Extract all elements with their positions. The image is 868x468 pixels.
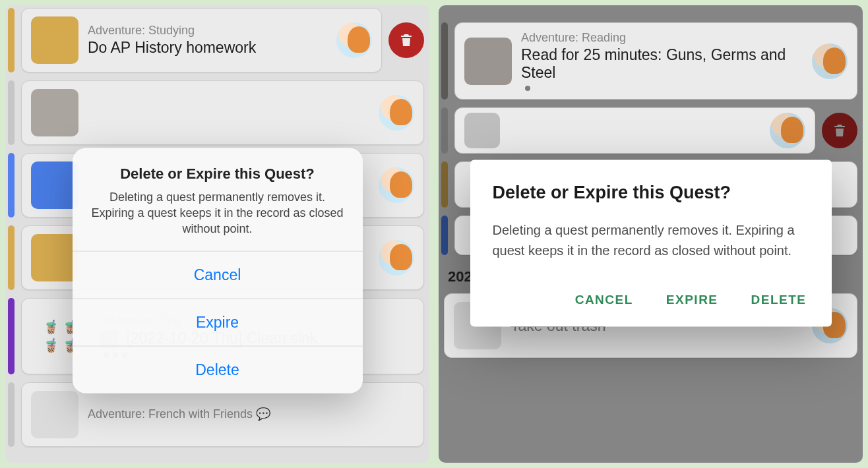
- ios-action-sheet: Delete or Expire this Quest? Deleting a …: [73, 148, 363, 394]
- adventure-label: Adventure: Studying: [88, 24, 327, 38]
- category-tag: [8, 80, 15, 145]
- adventure-label: Adventure: Reading: [521, 31, 803, 45]
- category-tag: [441, 107, 448, 154]
- category-tag: [8, 153, 15, 218]
- dialog-title: Delete or Expire this Quest?: [493, 182, 809, 202]
- android-screen: Adventure: Reading Read for 25 minutes: …: [439, 5, 863, 463]
- quest-card[interactable]: Adventure: Studying Do AP History homewo…: [21, 8, 382, 73]
- quest-row: Adventure: Reading Read for 25 minutes: …: [444, 22, 857, 100]
- category-tag: [8, 382, 15, 447]
- category-tag: [441, 216, 448, 255]
- quest-row: Adventure: Studying Do AP History homewo…: [11, 8, 424, 73]
- category-tag: [8, 225, 15, 290]
- quest-thumb: [464, 113, 500, 148]
- delete-button[interactable]: Delete: [73, 346, 363, 394]
- quest-card[interactable]: [21, 80, 424, 145]
- quest-title: Read for 25 minutes: Guns, Germs and Ste…: [521, 46, 803, 82]
- quest-thumb: [31, 234, 78, 281]
- avatar: [379, 240, 414, 276]
- avatar: [379, 167, 414, 203]
- category-tag: [449, 8, 469, 15]
- dialog-message: Deleting a quest permanently removes it.…: [493, 219, 809, 260]
- expire-button[interactable]: EXPIRE: [664, 283, 721, 316]
- quest-title: Do AP History homework: [88, 39, 327, 57]
- category-tag: [441, 161, 448, 208]
- avatar: [379, 95, 414, 131]
- cancel-button[interactable]: CANCEL: [573, 283, 636, 316]
- delete-button[interactable]: [388, 22, 424, 58]
- dialog-message: Deleting a quest permanently removes it.…: [87, 189, 348, 237]
- avatar: [812, 44, 848, 79]
- quest-thumb: [31, 89, 78, 136]
- quest-row: [444, 107, 857, 154]
- quest-thumb: [31, 16, 78, 64]
- expire-button[interactable]: Expire: [73, 299, 363, 346]
- dots-indicator: [521, 82, 803, 91]
- quest-thumb: [31, 161, 78, 209]
- delete-button[interactable]: DELETE: [749, 283, 809, 316]
- category-tag: [8, 8, 15, 73]
- dialog-title: Delete or Expire this Quest?: [87, 165, 348, 182]
- quest-thumb: [464, 38, 512, 85]
- trash-icon: [832, 123, 848, 138]
- cancel-button[interactable]: Cancel: [73, 251, 363, 299]
- avatar: [336, 22, 372, 58]
- category-tag: [8, 298, 15, 374]
- avatar: [770, 113, 805, 148]
- ios-screen: Adventure: Studying Do AP History homewo…: [5, 5, 429, 463]
- adventure-label: Adventure: French with Friends 💬: [88, 407, 414, 421]
- quest-thumb: [31, 391, 78, 438]
- trash-icon: [398, 32, 414, 48]
- quest-card[interactable]: [454, 107, 815, 154]
- quest-card[interactable]: Adventure: Reading Read for 25 minutes: …: [454, 22, 857, 100]
- category-tag: [441, 22, 448, 100]
- material-dialog: Delete or Expire this Quest? Deleting a …: [470, 160, 832, 326]
- quest-row: [11, 80, 424, 145]
- delete-button[interactable]: [822, 113, 857, 148]
